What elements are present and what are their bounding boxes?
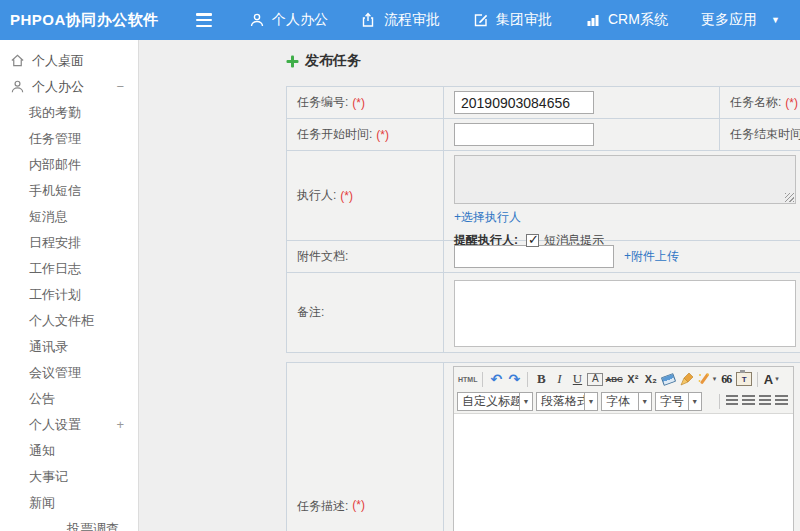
undo-icon[interactable]: ↶ xyxy=(488,370,504,388)
strikethrough-button[interactable]: ABC xyxy=(605,370,622,388)
sidebar-item-notice[interactable]: 通知 xyxy=(0,438,138,464)
sidebar-item-personal-office[interactable]: 个人办公 − xyxy=(0,74,138,100)
attachment-input[interactable] xyxy=(454,245,614,268)
quick-format-wand-icon[interactable]: ▾ xyxy=(697,370,717,388)
attachment-label: 附件文档: xyxy=(297,248,348,265)
menu-toggle-icon[interactable] xyxy=(196,13,216,27)
align-center-icon[interactable] xyxy=(742,395,755,407)
sidebar-item-task-management[interactable]: 任务管理 xyxy=(0,126,138,152)
remark-field-cell xyxy=(444,273,800,353)
nav-crm-system[interactable]: CRM系统 xyxy=(585,11,668,29)
task-no-label: 任务编号: xyxy=(297,94,348,111)
sidebar-item-my-attendance[interactable]: 我的考勤 xyxy=(0,100,138,126)
nav-workflow-approval[interactable]: 流程审批 xyxy=(361,11,440,29)
chevron-down-icon: ▼ xyxy=(519,393,532,410)
sidebar-item-label: 内部邮件 xyxy=(29,157,81,172)
resize-grip-icon[interactable] xyxy=(785,193,794,202)
nav-more-apps[interactable]: 更多应用 ▼ xyxy=(701,11,780,29)
align-justify-icon[interactable] xyxy=(775,395,788,407)
align-left-icon[interactable] xyxy=(726,395,739,407)
start-time-label-cell: 任务开始时间: (*) xyxy=(287,119,444,151)
task-no-input[interactable] xyxy=(454,91,594,114)
sidebar-item-label: 任务管理 xyxy=(29,131,81,146)
paste-as-text-icon[interactable]: T xyxy=(736,372,752,386)
collapse-icon[interactable]: − xyxy=(116,74,124,100)
task-no-field-cell xyxy=(444,87,720,119)
font-size-dropdown[interactable]: 字号 ▼ xyxy=(655,392,702,411)
sidebar-item-announcement[interactable]: 公告 xyxy=(0,386,138,412)
subscript-button[interactable]: X₂ xyxy=(643,370,659,388)
nav-label: 集团审批 xyxy=(496,11,552,29)
sidebar-item-label: 通讯录 xyxy=(29,339,68,354)
sidebar-item-schedule[interactable]: 日程安排 xyxy=(0,230,138,256)
font-family-dropdown[interactable]: 字体 ▼ xyxy=(601,392,652,411)
sidebar-item-news[interactable]: 新闻 xyxy=(0,490,138,516)
nav-group-approval[interactable]: 集团审批 xyxy=(473,11,552,29)
sidebar-item-mobile-sms[interactable]: 手机短信 xyxy=(0,178,138,204)
required-mark: (*) xyxy=(376,128,389,142)
sidebar-item-file-cabinet[interactable]: 个人文件柜 xyxy=(0,308,138,334)
dropdown-value: 字体 xyxy=(602,393,638,410)
html-source-button[interactable]: HTML xyxy=(458,370,477,388)
required-mark: (*) xyxy=(352,498,365,512)
bold-button[interactable]: B xyxy=(533,370,549,388)
superscript-button[interactable]: X² xyxy=(625,370,641,388)
sidebar-item-memorabilia[interactable]: 大事记 xyxy=(0,464,138,490)
sidebar-item-label: 会议管理 xyxy=(29,365,81,380)
sidebar-item-label: 个人设置 xyxy=(29,417,81,432)
toolbar-separator xyxy=(527,372,528,387)
sidebar-item-contacts[interactable]: 通讯录 xyxy=(0,334,138,360)
font-color-button[interactable]: A ▾ xyxy=(763,370,779,388)
sidebar-item-label: 个人办公 xyxy=(32,79,84,94)
executor-textarea[interactable] xyxy=(454,155,796,204)
sidebar-item-label: 日程安排 xyxy=(29,235,81,250)
sidebar-item-partial[interactable]: 投票调查 xyxy=(0,516,138,531)
toolbar-separator xyxy=(482,372,483,387)
description-label-cell: 任务描述: (*) xyxy=(287,363,444,531)
align-right-icon[interactable] xyxy=(759,395,772,407)
font-style-button[interactable]: A xyxy=(587,373,603,386)
remark-textarea[interactable] xyxy=(454,280,796,347)
sms-remind-checkbox[interactable] xyxy=(526,234,539,247)
eraser-icon[interactable] xyxy=(661,370,677,388)
nav-personal-office[interactable]: 个人办公 xyxy=(249,11,328,29)
sidebar-item-label: 工作日志 xyxy=(29,261,81,276)
choose-executor-link[interactable]: +选择执行人 xyxy=(454,209,800,226)
sidebar-item-internal-mail[interactable]: 内部邮件 xyxy=(0,152,138,178)
share-box-icon xyxy=(361,12,377,28)
blockquote-button[interactable]: 66 xyxy=(718,370,734,388)
sidebar-item-label: 我的考勤 xyxy=(29,105,81,120)
redo-icon[interactable]: ↷ xyxy=(506,370,522,388)
italic-button[interactable]: I xyxy=(551,370,567,388)
start-time-input[interactable] xyxy=(454,123,594,146)
sidebar-item-label: 短消息 xyxy=(29,209,68,224)
richtext-editor: HTML ↶ ↷ B I U A ABC X² X₂ xyxy=(453,366,794,531)
page-title: 发布任务 xyxy=(286,52,361,70)
start-time-field-cell xyxy=(444,119,720,151)
format-brush-icon[interactable] xyxy=(679,370,695,388)
description-editor-cell: HTML ↶ ↷ B I U A ABC X² X₂ xyxy=(444,363,800,531)
sidebar-item-short-message[interactable]: 短消息 xyxy=(0,204,138,230)
editor-content-area[interactable] xyxy=(454,414,793,531)
sidebar-item-work-plan[interactable]: 工作计划 xyxy=(0,282,138,308)
editor-toolbar: HTML ↶ ↷ B I U A ABC X² X₂ xyxy=(454,367,793,414)
sidebar-item-label: 公告 xyxy=(29,391,55,406)
custom-heading-dropdown[interactable]: 自定义标题 ▼ xyxy=(457,392,533,411)
attachment-upload-link[interactable]: +附件上传 xyxy=(624,248,679,265)
sidebar-item-personal-desktop[interactable]: 个人桌面 xyxy=(0,48,138,74)
sidebar-item-work-log[interactable]: 工作日志 xyxy=(0,256,138,282)
sidebar-item-label: 通知 xyxy=(29,443,55,458)
underline-button[interactable]: U xyxy=(569,370,585,388)
dropdown-value: 段落格式 xyxy=(537,393,584,410)
description-table: 任务描述: (*) HTML ↶ ↷ B I U A ABC xyxy=(286,362,800,531)
sidebar-item-label: 投票调查 xyxy=(67,521,119,531)
paragraph-format-dropdown[interactable]: 段落格式 ▼ xyxy=(536,392,598,411)
required-mark: (*) xyxy=(340,189,353,203)
expand-icon[interactable]: + xyxy=(116,412,124,438)
sidebar-item-meeting-management[interactable]: 会议管理 xyxy=(0,360,138,386)
sidebar-item-personal-settings[interactable]: 个人设置 + xyxy=(0,412,138,438)
toolbar-row-2: 自定义标题 ▼ 段落格式 ▼ 字体 ▼ 字号 ▼ xyxy=(457,390,790,412)
main-content: 发布任务 任务编号: (*) 任务名称: (*) 任务开始时间: (*) 任务结… xyxy=(140,40,800,531)
font-color-glyph: A xyxy=(764,372,773,387)
sidebar: 个人桌面 个人办公 − 我的考勤 任务管理 内部邮件 手机短信 短消息 日程安排… xyxy=(0,40,139,531)
